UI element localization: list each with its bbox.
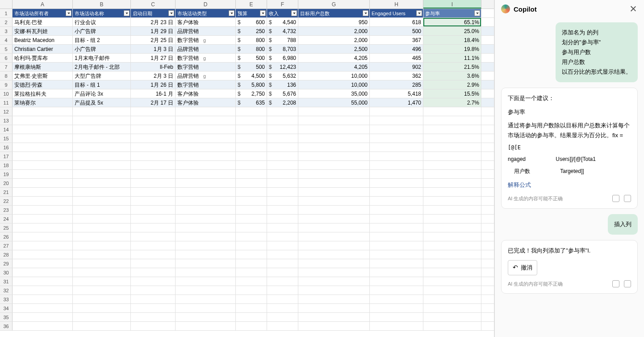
empty-cell[interactable] xyxy=(370,107,423,116)
empty-cell[interactable] xyxy=(131,304,176,312)
cell-rate[interactable]: 3.6% xyxy=(423,72,481,80)
cell-engaged[interactable]: 367 xyxy=(370,36,423,44)
empty-cell[interactable] xyxy=(13,197,73,205)
empty-cell[interactable] xyxy=(370,161,423,169)
empty-cell[interactable] xyxy=(423,295,481,303)
cell-budget[interactable]: 600 xyxy=(236,18,267,26)
row-header[interactable]: 6 xyxy=(0,54,13,62)
empty-cell[interactable] xyxy=(298,250,370,259)
cell-date[interactable]: 2月 3 日 xyxy=(131,72,176,80)
empty-cell[interactable] xyxy=(13,161,73,169)
cell-owner[interactable]: 安娜·科瓦列娃 xyxy=(13,27,73,35)
empty-cell[interactable] xyxy=(423,179,481,187)
row-header[interactable]: 29 xyxy=(0,259,13,268)
empty-cell[interactable] xyxy=(370,223,423,232)
empty-cell[interactable] xyxy=(176,125,236,134)
empty-cell[interactable] xyxy=(73,170,131,178)
cell-type[interactable]: 客户体验 xyxy=(176,89,236,98)
cell-revenue[interactable]: 5,632 xyxy=(267,72,298,80)
empty-cell[interactable] xyxy=(298,241,370,250)
cell-type[interactable]: 数字营销 xyxy=(176,63,236,71)
row-header[interactable]: 5 xyxy=(0,45,13,53)
empty-cell[interactable] xyxy=(73,250,131,259)
table-header-cell[interactable]: 预算 xyxy=(236,9,267,17)
spreadsheet-grid[interactable]: ABCDEFGHI 1市场活动所有者市场活动名称启动日期市场活动类型预算收入目标… xyxy=(0,0,494,337)
empty-cell[interactable] xyxy=(73,295,131,303)
cell-engaged[interactable]: 5,418 xyxy=(370,89,423,98)
empty-cell[interactable] xyxy=(73,304,131,312)
empty-cell[interactable] xyxy=(236,313,267,321)
row-header[interactable]: 3 xyxy=(0,27,13,35)
empty-cell[interactable] xyxy=(298,304,370,312)
empty-cell[interactable] xyxy=(298,170,370,178)
empty-cell[interactable] xyxy=(73,161,131,169)
empty-cell[interactable] xyxy=(176,322,236,330)
empty-cell[interactable] xyxy=(176,152,236,160)
cell-type[interactable]: 客户体验 xyxy=(176,18,236,26)
empty-cell[interactable] xyxy=(267,197,298,205)
empty-cell[interactable] xyxy=(423,107,481,116)
empty-cell[interactable] xyxy=(176,223,236,232)
filter-dropdown-icon[interactable] xyxy=(291,10,297,16)
column-header-G[interactable]: G xyxy=(298,0,370,8)
empty-cell[interactable] xyxy=(370,143,423,152)
empty-cell[interactable] xyxy=(423,170,481,178)
empty-cell[interactable] xyxy=(73,223,131,232)
empty-cell[interactable] xyxy=(176,134,236,143)
empty-cell[interactable] xyxy=(370,322,423,330)
row-header[interactable]: 25 xyxy=(0,223,13,232)
empty-cell[interactable] xyxy=(370,134,423,143)
empty-cell[interactable] xyxy=(298,295,370,303)
undo-button[interactable]: 撤消 xyxy=(508,260,537,275)
empty-cell[interactable] xyxy=(370,170,423,178)
select-all-corner[interactable] xyxy=(0,0,13,8)
cell-budget[interactable]: 500 xyxy=(236,63,267,71)
empty-cell[interactable] xyxy=(13,277,73,286)
empty-cell[interactable] xyxy=(370,295,423,303)
empty-cell[interactable] xyxy=(236,125,267,134)
empty-cell[interactable] xyxy=(236,179,267,187)
row-header[interactable]: 31 xyxy=(0,277,13,286)
cell-owner[interactable]: Beatriz Macedon xyxy=(13,36,73,44)
empty-cell[interactable] xyxy=(423,161,481,169)
cell-engaged[interactable]: 285 xyxy=(370,80,423,89)
column-header-D[interactable]: D xyxy=(176,0,236,8)
table-header-cell[interactable]: 市场活动名称 xyxy=(73,9,131,17)
empty-cell[interactable] xyxy=(370,206,423,214)
empty-cell[interactable] xyxy=(236,152,267,160)
cell-campaign-name[interactable]: 行业会议 xyxy=(73,18,131,26)
empty-cell[interactable] xyxy=(423,223,481,232)
empty-cell[interactable] xyxy=(176,179,236,187)
empty-cell[interactable] xyxy=(73,277,131,286)
empty-cell[interactable] xyxy=(131,277,176,286)
cell-revenue[interactable]: 12,423 xyxy=(267,63,298,71)
cell-budget[interactable]: 2,750 xyxy=(236,89,267,98)
row-header[interactable]: 30 xyxy=(0,268,13,277)
empty-cell[interactable] xyxy=(236,188,267,196)
empty-cell[interactable] xyxy=(176,143,236,152)
filter-dropdown-icon[interactable] xyxy=(416,10,422,16)
empty-cell[interactable] xyxy=(267,250,298,259)
cell-rate[interactable]: 65.1% xyxy=(423,18,481,26)
empty-cell[interactable] xyxy=(131,197,176,205)
cell-campaign-name[interactable]: 目标 - 组 1 xyxy=(73,80,131,89)
empty-cell[interactable] xyxy=(73,286,131,295)
row-header[interactable]: 34 xyxy=(0,304,13,312)
empty-cell[interactable] xyxy=(236,134,267,143)
empty-cell[interactable] xyxy=(176,170,236,178)
empty-cell[interactable] xyxy=(267,134,298,143)
empty-cell[interactable] xyxy=(131,223,176,232)
empty-cell[interactable] xyxy=(423,232,481,241)
row-header[interactable]: 2 xyxy=(0,18,13,26)
filter-dropdown-icon[interactable] xyxy=(66,10,71,16)
cell-target[interactable]: 4,205 xyxy=(298,63,370,71)
cell-engaged[interactable]: 496 xyxy=(370,45,423,53)
empty-cell[interactable] xyxy=(298,197,370,205)
empty-cell[interactable] xyxy=(131,206,176,214)
row-header[interactable]: 1 xyxy=(0,9,13,17)
cell-campaign-name[interactable]: 产品提及 5x xyxy=(73,98,131,107)
empty-cell[interactable] xyxy=(267,241,298,250)
empty-cell[interactable] xyxy=(423,313,481,321)
empty-cell[interactable] xyxy=(298,223,370,232)
empty-cell[interactable] xyxy=(73,232,131,241)
